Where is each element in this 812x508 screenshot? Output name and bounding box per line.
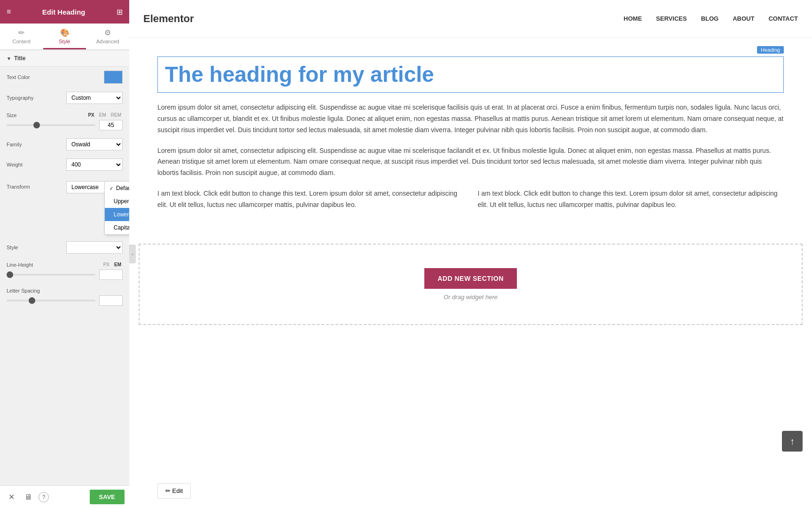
size-slider-thumb[interactable] <box>33 122 40 128</box>
size-label: Size <box>7 112 86 118</box>
style-select[interactable] <box>66 241 123 254</box>
panel-content: ▼ Title Text Color Typography Custom Siz… <box>0 50 129 485</box>
family-control: Oswald <box>51 138 123 151</box>
lh-unit-px[interactable]: PX <box>102 262 111 268</box>
transform-control: Default Uppercase Lowercase Capitalize ✓… <box>51 181 123 193</box>
drag-text: Or drag widget here <box>444 294 498 301</box>
nav-about[interactable]: ABOUT <box>733 15 754 22</box>
size-input[interactable] <box>99 120 123 130</box>
letter-spacing-slider-thumb[interactable] <box>29 297 35 304</box>
title-section-bar[interactable]: ▼ Title <box>0 50 129 67</box>
weight-control: 400 <box>51 159 123 171</box>
text-color-label: Text Color <box>7 74 51 80</box>
line-height-label: Line-Height <box>7 262 102 268</box>
menu-icon[interactable]: ≡ <box>7 8 11 16</box>
section-arrow: ▼ <box>7 56 11 61</box>
nav-home[interactable]: HOME <box>624 15 642 22</box>
heading-element[interactable]: The heading for my article <box>157 56 784 93</box>
tab-style[interactable]: 🎨 Style <box>43 24 86 49</box>
nav-blog[interactable]: BLOG <box>701 15 719 22</box>
typography-label: Typography <box>7 95 51 101</box>
transform-row: Transform Default Uppercase Lowercase Ca… <box>0 175 129 200</box>
scroll-top-button[interactable]: ↑ <box>782 431 803 452</box>
dropdown-item-capitalize[interactable]: Capitalize <box>105 221 129 234</box>
check-capitalize <box>109 225 111 230</box>
style-icon: 🎨 <box>60 28 70 37</box>
transform-dropdown: ✓ Default Uppercase Lowercase <box>104 181 129 235</box>
tab-content-label: Content <box>13 39 31 44</box>
body-paragraph-2: Lorem ipsum dolor sit amet, consectetur … <box>157 145 784 179</box>
tab-content[interactable]: ✏ Content <box>0 24 43 49</box>
unit-px[interactable]: PX <box>86 112 95 118</box>
sidebar-title: Edit Heading <box>42 8 86 16</box>
text-color-row: Text Color <box>0 67 129 88</box>
bottom-toolbar: ✕ 🖥 ? SAVE <box>0 485 129 508</box>
lh-unit-em[interactable]: EM <box>113 262 123 268</box>
style-row: Style <box>0 238 129 258</box>
line-height-input[interactable] <box>99 270 123 280</box>
edit-btn-bar: ✏ Edit <box>157 483 191 499</box>
grid-icon[interactable]: ⊞ <box>117 8 123 16</box>
dropdown-item-uppercase[interactable]: Uppercase <box>105 195 129 208</box>
nav-contact[interactable]: CONTACT <box>768 15 798 22</box>
style-control <box>51 241 123 254</box>
weight-select[interactable]: 400 <box>66 159 123 171</box>
unit-rem[interactable]: REM <box>109 112 123 118</box>
sidebar: ≡ Edit Heading ⊞ ✏ Content 🎨 Style ⚙ Adv… <box>0 0 129 508</box>
heading-badge: Heading <box>757 46 784 54</box>
article-heading: The heading for my article <box>165 62 776 87</box>
website-navbar: Elementor HOME SERVICES BLOG ABOUT CONTA… <box>129 0 812 38</box>
tab-advanced[interactable]: ⚙ Advanced <box>86 24 129 49</box>
color-swatch[interactable] <box>104 71 123 84</box>
advanced-icon: ⚙ <box>104 28 111 37</box>
edit-button[interactable]: ✏ Edit <box>157 483 191 499</box>
letter-spacing-label: Letter Spacing <box>7 288 123 294</box>
tab-advanced-label: Advanced <box>96 39 119 44</box>
typography-control: Custom <box>51 92 123 104</box>
add-section-area: ADD NEW SECTION Or drag widget here <box>139 244 803 325</box>
dropdown-label-capitalize: Capitalize <box>114 224 129 231</box>
dropdown-label-default: Default <box>116 185 129 191</box>
nav-links: HOME SERVICES BLOG ABOUT CONTACT <box>624 15 798 22</box>
col-left: I am text block. Click edit button to ch… <box>157 188 464 211</box>
family-label: Family <box>7 142 51 147</box>
transform-label: Transform <box>7 184 51 190</box>
letter-spacing-slider-track[interactable] <box>7 300 95 302</box>
text-color-control <box>51 71 123 84</box>
line-height-slider-thumb[interactable] <box>7 271 13 278</box>
collapse-handle[interactable]: ‹ <box>129 245 136 263</box>
sidebar-header: ≡ Edit Heading ⊞ <box>0 0 129 24</box>
typography-select[interactable]: Custom <box>66 92 123 104</box>
nav-services[interactable]: SERVICES <box>656 15 687 22</box>
check-default: ✓ <box>109 186 113 191</box>
title-section-label: Title <box>14 55 25 62</box>
family-row: Family Oswald <box>0 135 129 155</box>
letter-spacing-input[interactable] <box>99 295 123 306</box>
size-slider-track[interactable] <box>7 124 95 126</box>
body-paragraph-1: Lorem ipsum dolor sit amet, consectetur … <box>157 102 784 135</box>
dropdown-item-lowercase[interactable]: Lowercase <box>105 208 129 221</box>
weight-label: Weight <box>7 162 51 167</box>
close-icon[interactable]: ✕ <box>5 491 18 504</box>
unit-em[interactable]: EM <box>98 112 108 118</box>
save-button[interactable]: SAVE <box>90 490 125 504</box>
two-col-section: I am text block. Click edit button to ch… <box>157 188 784 211</box>
main-canvas: Elementor HOME SERVICES BLOG ABOUT CONTA… <box>129 0 812 508</box>
responsive-icon[interactable]: 🖥 <box>22 491 35 504</box>
dropdown-label-uppercase: Uppercase <box>114 198 129 205</box>
dropdown-item-default[interactable]: ✓ Default <box>105 182 129 195</box>
content-section: Heading The heading for my article Lorem… <box>129 38 812 239</box>
add-new-section-button[interactable]: ADD NEW SECTION <box>424 268 517 289</box>
col-right: I am text block. Click edit button to ch… <box>478 188 784 211</box>
size-row: Size PX EM REM <box>0 108 129 135</box>
check-lowercase <box>109 212 111 217</box>
weight-row: Weight 400 <box>0 155 129 175</box>
website-content: Heading The heading for my article Lorem… <box>129 38 812 508</box>
line-height-slider-track[interactable] <box>7 274 95 276</box>
size-units: PX EM REM <box>86 112 123 118</box>
line-height-units: PX EM <box>102 262 123 268</box>
help-icon[interactable]: ? <box>39 492 49 502</box>
check-uppercase <box>109 199 111 204</box>
site-logo: Elementor <box>143 13 624 25</box>
family-select[interactable]: Oswald <box>66 138 123 151</box>
